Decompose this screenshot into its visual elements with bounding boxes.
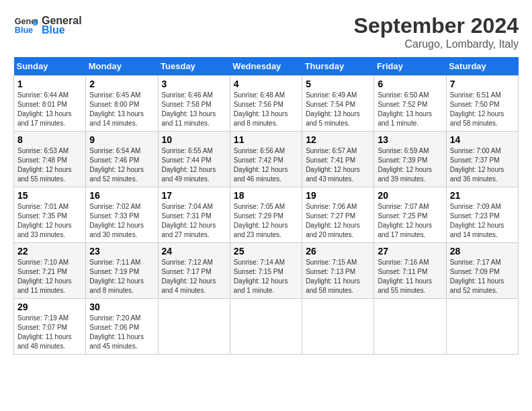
location: Carugo, Lombardy, Italy xyxy=(354,38,519,50)
calendar-week-4: 22 Sunrise: 7:10 AMSunset: 7:21 PMDaylig… xyxy=(14,243,519,299)
day-info: Sunrise: 6:49 AMSunset: 7:54 PMDaylight:… xyxy=(306,91,360,127)
day-info: Sunrise: 7:01 AMSunset: 7:35 PMDaylight:… xyxy=(17,203,72,238)
day-info: Sunrise: 6:51 AMSunset: 7:50 PMDaylight:… xyxy=(450,91,504,127)
page-header: General Blue General Blue September 2024… xyxy=(13,13,519,50)
day-cell-8: 8 Sunrise: 6:53 AMSunset: 7:48 PMDayligh… xyxy=(14,132,86,187)
title-block: September 2024 Carugo, Lombardy, Italy xyxy=(354,13,519,50)
day-number: 27 xyxy=(378,246,442,257)
day-cell-14: 14 Sunrise: 7:00 AMSunset: 7:37 PMDaylig… xyxy=(446,132,518,187)
day-info: Sunrise: 6:55 AMSunset: 7:44 PMDaylight:… xyxy=(162,147,216,183)
day-cell-10: 10 Sunrise: 6:55 AMSunset: 7:44 PMDaylig… xyxy=(158,132,230,187)
day-cell-23: 23 Sunrise: 7:11 AMSunset: 7:19 PMDaylig… xyxy=(86,243,158,299)
day-info: Sunrise: 6:59 AMSunset: 7:39 PMDaylight:… xyxy=(378,147,432,183)
day-cell-5: 5 Sunrise: 6:49 AMSunset: 7:54 PMDayligh… xyxy=(302,76,374,132)
day-info: Sunrise: 7:04 AMSunset: 7:31 PMDaylight:… xyxy=(162,203,216,238)
header-row: SundayMondayTuesdayWednesdayThursdayFrid… xyxy=(14,57,519,76)
day-info: Sunrise: 6:54 AMSunset: 7:46 PMDaylight:… xyxy=(89,147,144,183)
day-number: 29 xyxy=(17,302,82,312)
calendar-table: SundayMondayTuesdayWednesdayThursdayFrid… xyxy=(13,57,519,355)
day-info: Sunrise: 7:15 AMSunset: 7:13 PMDaylight:… xyxy=(306,259,360,294)
col-header-saturday: Saturday xyxy=(446,57,518,76)
day-info: Sunrise: 6:50 AMSunset: 7:52 PMDaylight:… xyxy=(378,91,432,127)
col-header-thursday: Thursday xyxy=(302,57,374,76)
empty-cell xyxy=(302,299,374,355)
day-number: 16 xyxy=(89,190,154,201)
day-info: Sunrise: 7:09 AMSunset: 7:23 PMDaylight:… xyxy=(450,203,504,238)
day-info: Sunrise: 6:53 AMSunset: 7:48 PMDaylight:… xyxy=(17,147,72,183)
day-number: 14 xyxy=(450,134,515,145)
day-info: Sunrise: 7:11 AMSunset: 7:19 PMDaylight:… xyxy=(89,259,144,294)
day-cell-17: 17 Sunrise: 7:04 AMSunset: 7:31 PMDaylig… xyxy=(158,187,230,243)
day-cell-22: 22 Sunrise: 7:10 AMSunset: 7:21 PMDaylig… xyxy=(14,243,86,299)
day-cell-19: 19 Sunrise: 7:06 AMSunset: 7:27 PMDaylig… xyxy=(302,187,374,243)
day-info: Sunrise: 7:14 AMSunset: 7:15 PMDaylight:… xyxy=(234,259,288,294)
day-number: 21 xyxy=(450,190,515,201)
day-number: 20 xyxy=(378,190,442,201)
day-cell-3: 3 Sunrise: 6:46 AMSunset: 7:58 PMDayligh… xyxy=(158,76,230,132)
logo: General Blue General Blue xyxy=(13,13,82,38)
day-number: 7 xyxy=(450,79,515,89)
day-info: Sunrise: 7:00 AMSunset: 7:37 PMDaylight:… xyxy=(450,147,504,183)
day-info: Sunrise: 7:12 AMSunset: 7:17 PMDaylight:… xyxy=(162,259,216,294)
day-number: 30 xyxy=(89,302,154,312)
day-cell-13: 13 Sunrise: 6:59 AMSunset: 7:39 PMDaylig… xyxy=(374,132,446,187)
day-number: 15 xyxy=(17,190,82,201)
empty-cell xyxy=(374,299,446,355)
day-cell-18: 18 Sunrise: 7:05 AMSunset: 7:29 PMDaylig… xyxy=(230,187,302,243)
day-info: Sunrise: 7:17 AMSunset: 7:09 PMDaylight:… xyxy=(450,259,504,294)
day-info: Sunrise: 6:48 AMSunset: 7:56 PMDaylight:… xyxy=(234,91,288,127)
day-number: 26 xyxy=(306,246,370,257)
day-cell-7: 7 Sunrise: 6:51 AMSunset: 7:50 PMDayligh… xyxy=(446,76,518,132)
day-cell-11: 11 Sunrise: 6:56 AMSunset: 7:42 PMDaylig… xyxy=(230,132,302,187)
calendar-week-3: 15 Sunrise: 7:01 AMSunset: 7:35 PMDaylig… xyxy=(14,187,519,243)
day-cell-29: 29 Sunrise: 7:19 AMSunset: 7:07 PMDaylig… xyxy=(14,299,86,355)
day-number: 10 xyxy=(162,134,226,145)
day-info: Sunrise: 6:46 AMSunset: 7:58 PMDaylight:… xyxy=(162,91,216,127)
day-number: 12 xyxy=(306,134,370,145)
day-cell-24: 24 Sunrise: 7:12 AMSunset: 7:17 PMDaylig… xyxy=(158,243,230,299)
day-cell-2: 2 Sunrise: 6:45 AMSunset: 8:00 PMDayligh… xyxy=(86,76,158,132)
day-number: 25 xyxy=(234,246,298,257)
day-number: 19 xyxy=(306,190,370,201)
day-number: 6 xyxy=(378,79,442,89)
col-header-tuesday: Tuesday xyxy=(158,57,230,76)
day-number: 5 xyxy=(306,79,370,89)
day-cell-27: 27 Sunrise: 7:16 AMSunset: 7:11 PMDaylig… xyxy=(374,243,446,299)
day-number: 8 xyxy=(17,134,82,145)
col-header-sunday: Sunday xyxy=(14,57,86,76)
day-number: 18 xyxy=(234,190,298,201)
day-info: Sunrise: 7:02 AMSunset: 7:33 PMDaylight:… xyxy=(89,203,144,238)
empty-cell xyxy=(230,299,302,355)
day-number: 1 xyxy=(17,79,82,89)
day-info: Sunrise: 7:19 AMSunset: 7:07 PMDaylight:… xyxy=(17,314,72,350)
day-number: 22 xyxy=(17,246,82,257)
day-cell-16: 16 Sunrise: 7:02 AMSunset: 7:33 PMDaylig… xyxy=(86,187,158,243)
day-cell-12: 12 Sunrise: 6:57 AMSunset: 7:41 PMDaylig… xyxy=(302,132,374,187)
day-cell-28: 28 Sunrise: 7:17 AMSunset: 7:09 PMDaylig… xyxy=(446,243,518,299)
day-number: 4 xyxy=(234,79,298,89)
day-info: Sunrise: 6:56 AMSunset: 7:42 PMDaylight:… xyxy=(234,147,288,183)
calendar-week-1: 1 Sunrise: 6:44 AMSunset: 8:01 PMDayligh… xyxy=(14,76,519,132)
day-number: 23 xyxy=(89,246,154,257)
day-cell-9: 9 Sunrise: 6:54 AMSunset: 7:46 PMDayligh… xyxy=(86,132,158,187)
day-info: Sunrise: 6:57 AMSunset: 7:41 PMDaylight:… xyxy=(306,147,360,183)
day-number: 9 xyxy=(89,134,154,145)
month-year: September 2024 xyxy=(354,13,519,38)
day-cell-6: 6 Sunrise: 6:50 AMSunset: 7:52 PMDayligh… xyxy=(374,76,446,132)
day-info: Sunrise: 7:20 AMSunset: 7:06 PMDaylight:… xyxy=(89,314,144,350)
day-cell-21: 21 Sunrise: 7:09 AMSunset: 7:23 PMDaylig… xyxy=(446,187,518,243)
col-header-monday: Monday xyxy=(86,57,158,76)
day-number: 17 xyxy=(162,190,226,201)
day-cell-26: 26 Sunrise: 7:15 AMSunset: 7:13 PMDaylig… xyxy=(302,243,374,299)
day-info: Sunrise: 7:06 AMSunset: 7:27 PMDaylight:… xyxy=(306,203,360,238)
day-cell-4: 4 Sunrise: 6:48 AMSunset: 7:56 PMDayligh… xyxy=(230,76,302,132)
col-header-friday: Friday xyxy=(374,57,446,76)
logo-icon: General Blue xyxy=(13,13,38,38)
day-number: 2 xyxy=(89,79,154,89)
day-number: 13 xyxy=(378,134,442,145)
day-number: 28 xyxy=(450,246,515,257)
svg-text:Blue: Blue xyxy=(15,26,33,35)
day-number: 24 xyxy=(162,246,226,257)
logo-blue: Blue xyxy=(42,24,82,36)
day-number: 3 xyxy=(162,79,226,89)
